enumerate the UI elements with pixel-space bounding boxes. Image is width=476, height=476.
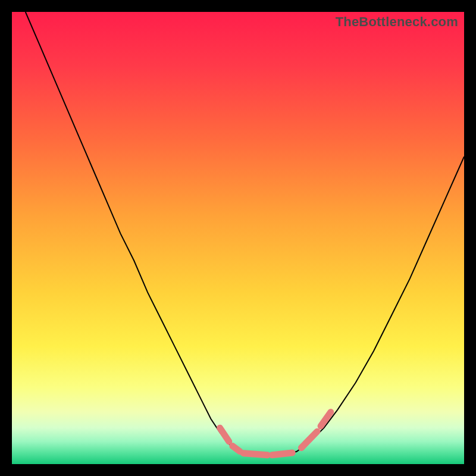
bottleneck-chart xyxy=(12,12,464,464)
highlight-dash xyxy=(243,453,267,455)
chart-frame: TheBottleneck.com xyxy=(12,12,464,464)
highlight-dash xyxy=(272,453,292,455)
highlight-dash xyxy=(233,446,240,452)
gradient-background xyxy=(12,12,464,464)
